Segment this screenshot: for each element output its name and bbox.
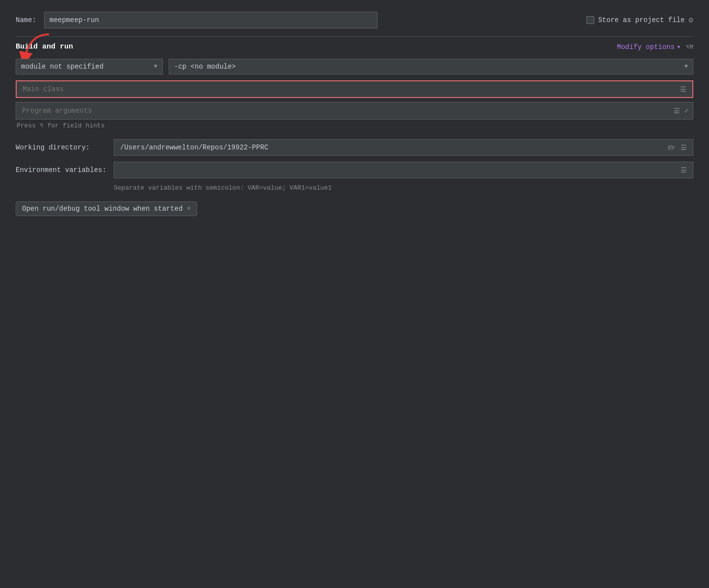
- store-project-label: Store as project file: [598, 16, 684, 24]
- section-title: Build and run: [16, 43, 73, 51]
- working-directory-input[interactable]: [120, 144, 666, 151]
- divider: [16, 36, 693, 37]
- main-class-browse-button[interactable]: ☰: [678, 84, 688, 95]
- name-input[interactable]: [44, 12, 378, 28]
- dropdowns-row: module not specified ▼ -cp <no module> ▼: [16, 59, 693, 74]
- working-directory-label: Working directory:: [16, 144, 114, 151]
- store-as-project-checkbox[interactable]: [586, 16, 594, 24]
- env-variables-browse-button[interactable]: ☰: [679, 165, 689, 175]
- working-directory-icons: 🗁 ☰: [666, 143, 689, 153]
- modify-options-button[interactable]: Modify options ▾: [617, 43, 681, 51]
- env-variables-container: ☰: [114, 162, 693, 178]
- program-args-input[interactable]: [22, 107, 672, 115]
- working-directory-row: Working directory: 🗁 ☰: [16, 139, 693, 156]
- separator-hint: Separate variables with semicolon: VAR=v…: [16, 184, 693, 192]
- program-args-field: ☰ ⤢: [16, 102, 693, 120]
- header-row: Name: Store as project file ⚙: [16, 12, 693, 28]
- program-args-expand-button[interactable]: ⤢: [684, 107, 689, 115]
- store-project-area: Store as project file ⚙: [586, 15, 693, 25]
- working-directory-container: 🗁 ☰: [114, 139, 693, 156]
- cp-dropdown-arrow: ▼: [684, 63, 688, 70]
- module-dropdown[interactable]: module not specified ▼: [16, 59, 163, 74]
- env-variables-label: Environment variables:: [16, 166, 114, 174]
- cp-dropdown-label: -cp <no module>: [174, 63, 236, 71]
- module-dropdown-label: module not specified: [21, 63, 103, 71]
- name-label: Name:: [16, 16, 36, 24]
- modify-options-shortcut: ⌥M: [685, 43, 693, 51]
- open-run-debug-tag: Open run/debug tool window when started …: [16, 201, 197, 216]
- gear-icon[interactable]: ⚙: [688, 15, 693, 25]
- module-dropdown-arrow: ▼: [154, 63, 157, 70]
- cp-dropdown[interactable]: -cp <no module> ▼: [169, 59, 693, 74]
- open-run-debug-close-button[interactable]: ×: [187, 205, 191, 212]
- program-args-browse-button[interactable]: ☰: [672, 106, 682, 116]
- working-directory-folder-button[interactable]: 🗁: [666, 143, 677, 152]
- working-directory-browse-button[interactable]: ☰: [679, 143, 689, 153]
- main-class-input[interactable]: [23, 85, 678, 93]
- env-variables-input[interactable]: [120, 166, 679, 174]
- chevron-down-icon: ▾: [677, 43, 681, 51]
- main-class-field: ☰: [16, 80, 693, 98]
- hints-text: Press ⌥ for field hints: [16, 122, 693, 129]
- program-args-icons: ☰ ⤢: [672, 106, 689, 116]
- open-run-debug-label: Open run/debug tool window when started: [22, 205, 183, 213]
- env-variables-row: Environment variables: ☰: [16, 162, 693, 178]
- section-header: Build and run Modify options ▾ ⌥M: [16, 43, 693, 51]
- modify-options-label: Modify options: [617, 43, 675, 51]
